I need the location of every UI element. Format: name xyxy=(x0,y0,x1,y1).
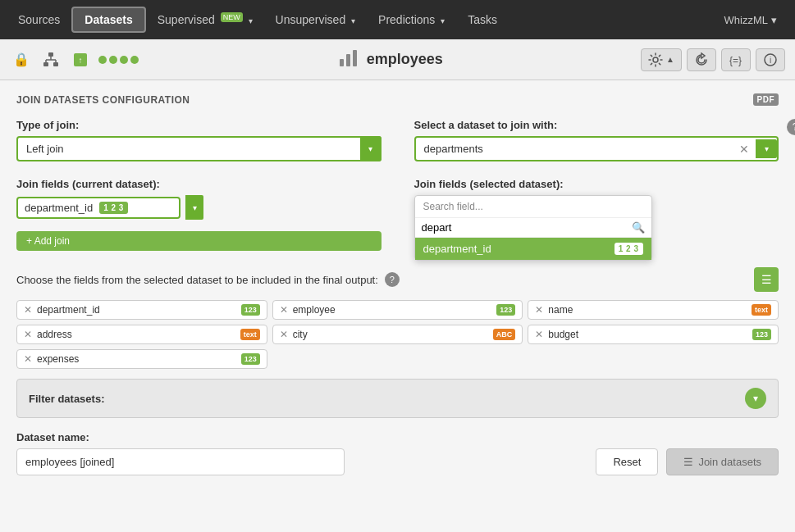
field-chip[interactable]: ✕addresstext xyxy=(16,325,267,344)
selected-fields-group: Join fields (selected dataset): Search f… xyxy=(414,178,779,195)
dataset-select-label: Select a dataset to join with: xyxy=(414,119,779,131)
section-title: JOIN DATASETS CONFIGURATION xyxy=(16,94,190,106)
svg-rect-10 xyxy=(346,54,350,66)
filter-chevron[interactable]: ▾ xyxy=(745,388,766,409)
field-chip[interactable]: ✕expenses123 xyxy=(16,349,267,369)
tree-icon[interactable] xyxy=(39,48,62,71)
current-field-row: department_id 1 2 3 ▾ xyxy=(16,195,382,220)
main-content: JOIN DATASETS CONFIGURATION PDF Type of … xyxy=(0,80,795,532)
dataset-select[interactable]: departments ✕ ▾ xyxy=(414,136,779,161)
reset-button[interactable]: Reset xyxy=(596,448,658,475)
fields-header: Choose the fields from the selected data… xyxy=(16,267,779,292)
current-field-badge: 1 2 3 xyxy=(99,202,128,214)
field-chip-remove[interactable]: ✕ xyxy=(535,304,543,316)
field-chip-remove[interactable]: ✕ xyxy=(280,304,288,316)
add-join-button[interactable]: + Add join xyxy=(16,231,382,251)
field-chip-name: employee xyxy=(293,304,492,316)
field-chip-name: expenses xyxy=(37,353,236,365)
svg-rect-2 xyxy=(53,62,58,66)
code-button[interactable]: {=} xyxy=(721,48,751,71)
current-field-tag[interactable]: department_id 1 2 3 xyxy=(16,197,180,219)
settings-button[interactable]: ▲ xyxy=(641,48,682,71)
filter-header[interactable]: Filter datasets: ▾ xyxy=(17,380,778,417)
nav-supervised[interactable]: Supervised NEW ▾ xyxy=(146,8,264,31)
dataset-name-input[interactable] xyxy=(16,448,345,475)
svg-text:{=}: {=} xyxy=(729,55,742,66)
field-chip-remove[interactable]: ✕ xyxy=(24,304,32,316)
svg-rect-9 xyxy=(340,59,344,66)
field-chip-badge: 123 xyxy=(241,353,260,365)
bottom-row: Dataset name: Reset ☰ Join datasets xyxy=(16,431,779,475)
field-chip-remove[interactable]: ✕ xyxy=(280,329,288,340)
dropdown-search-row: 🔍 xyxy=(415,218,651,238)
lock-icon[interactable]: 🔒 xyxy=(10,48,33,71)
filter-section: Filter datasets: ▾ xyxy=(16,379,779,418)
dataset-value: departments xyxy=(416,138,733,160)
form-row-2: Join fields (current dataset): departmen… xyxy=(16,178,779,251)
upload-icon[interactable]: ↑ xyxy=(69,48,92,71)
nav-tasks[interactable]: Tasks xyxy=(456,8,509,31)
dataset-clear-button[interactable]: ✕ xyxy=(733,143,756,156)
supervised-arrow: ▾ xyxy=(249,16,253,25)
field-chip-badge: 123 xyxy=(496,304,515,316)
nav-sources[interactable]: Sources xyxy=(7,8,71,31)
fields-grid: ✕department_id123✕employee123✕nametext✕a… xyxy=(16,300,779,369)
svg-point-12 xyxy=(653,57,658,62)
nav-unsupervised[interactable]: Unsupervised ▾ xyxy=(264,8,368,31)
nav-predictions[interactable]: Predictions ▾ xyxy=(367,8,456,31)
field-search-input[interactable] xyxy=(422,221,628,234)
field-chip-remove[interactable]: ✕ xyxy=(24,353,32,365)
join-type-select-wrapper: Left join ▾ xyxy=(16,136,382,161)
current-fields-group: Join fields (current dataset): departmen… xyxy=(16,178,382,251)
predictions-arrow: ▾ xyxy=(441,16,445,25)
toolbar: 🔒 ↑ employees xyxy=(0,39,795,80)
info-button[interactable]: i xyxy=(756,48,785,71)
selected-fields-label: Join fields (selected dataset): xyxy=(414,178,779,190)
field-chip[interactable]: ✕nametext xyxy=(528,300,779,320)
choose-fields-label: Choose the fields from the selected data… xyxy=(16,274,378,286)
current-field-dropdown-arrow[interactable]: ▾ xyxy=(185,195,203,220)
join-icon: ☰ xyxy=(683,456,693,468)
dataset-name-label: Dataset name: xyxy=(16,431,583,443)
bar-chart-icon xyxy=(337,46,360,73)
status-dots xyxy=(98,56,139,64)
field-chip[interactable]: ✕department_id123 xyxy=(16,300,267,320)
field-chip-remove[interactable]: ✕ xyxy=(535,329,543,340)
join-type-arrow[interactable]: ▾ xyxy=(360,136,382,161)
field-chip[interactable]: ✕budget123 xyxy=(528,325,779,344)
dataset-arrow[interactable]: ▾ xyxy=(756,139,777,158)
new-badge: NEW xyxy=(221,12,243,22)
top-navigation: Sources Datasets Supervised NEW ▾ Unsupe… xyxy=(0,0,795,39)
field-chip[interactable]: ✕cityABC xyxy=(272,325,523,344)
field-chip[interactable]: ✕employee123 xyxy=(272,300,523,320)
svg-rect-11 xyxy=(353,50,357,66)
field-chip-badge: text xyxy=(240,329,260,340)
section-title-row: JOIN DATASETS CONFIGURATION PDF xyxy=(16,93,779,106)
unsupervised-arrow: ▾ xyxy=(351,16,355,25)
join-type-select[interactable]: Left join xyxy=(16,136,382,161)
fields-list-button[interactable]: ☰ xyxy=(754,267,779,292)
svg-text:i: i xyxy=(770,56,771,65)
bottom-buttons: Reset ☰ Join datasets xyxy=(596,448,779,475)
filter-label: Filter datasets: xyxy=(29,393,104,405)
join-datasets-button[interactable]: ☰ Join datasets xyxy=(666,448,779,475)
field-chip-name: name xyxy=(548,304,747,316)
join-type-label: Type of join: xyxy=(16,119,382,131)
nav-account[interactable]: WhizzML ▾ xyxy=(713,9,788,31)
svg-text:↑: ↑ xyxy=(79,56,83,65)
current-field-name: department_id xyxy=(25,202,93,214)
field-chip-name: city xyxy=(293,329,488,340)
toolbar-title: employees xyxy=(337,46,443,73)
dropdown-option-department-id[interactable]: department_id 1 2 3 xyxy=(415,238,651,260)
fields-section: Choose the fields from the selected data… xyxy=(16,267,779,369)
field-chip-remove[interactable]: ✕ xyxy=(24,329,32,340)
refresh-button[interactable] xyxy=(687,48,716,71)
field-dropdown-panel: Search field... 🔍 department_id 1 2 3 xyxy=(414,195,652,261)
field-chip-badge: ABC xyxy=(493,329,516,340)
choose-fields-help[interactable]: ? xyxy=(385,272,400,287)
nav-datasets[interactable]: Datasets xyxy=(71,7,145,33)
help-icon[interactable]: ? xyxy=(787,119,795,135)
pdf-button[interactable]: PDF xyxy=(753,93,779,106)
field-chip-badge: 123 xyxy=(752,329,771,340)
search-icon: 🔍 xyxy=(632,221,645,234)
